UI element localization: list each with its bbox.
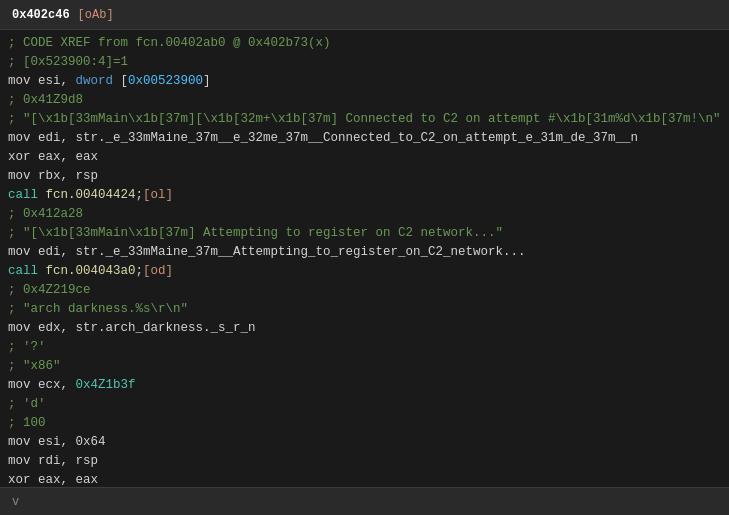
line-4: ; 0x41Z9d8 [8, 91, 721, 110]
line-23: mov rdi, rsp [8, 452, 721, 471]
line-10: ; 0x412a28 [8, 205, 721, 224]
footer-text: v [12, 495, 19, 509]
line-2: ; [0x523900:4]=1 [8, 53, 721, 72]
line-12: mov edi, str._e_33mMaine_37m__Attempting… [8, 243, 721, 262]
line-17: ; '?' [8, 338, 721, 357]
line-21: ; 100 [8, 414, 721, 433]
line-13: call fcn.004043a0;[od] [8, 262, 721, 281]
address-label: 0x402c46 [12, 8, 70, 22]
line-11: ; "[\x1b[33mMain\x1b[37m] Attempting to … [8, 224, 721, 243]
line-3: mov esi, dword [0x00523900] [8, 72, 721, 91]
line-22: mov esi, 0x64 [8, 433, 721, 452]
line-20: ; 'd' [8, 395, 721, 414]
code-header: 0x402c46 [oAb] [0, 0, 729, 30]
line-14: ; 0x4Z219ce [8, 281, 721, 300]
line-7: xor eax, eax [8, 148, 721, 167]
line-19: mov ecx, 0x4Z1b3f [8, 376, 721, 395]
label-bracket: [oAb] [78, 8, 114, 22]
line-5: ; "[\x1b[33mMain\x1b[37m][\x1b[32m+\x1b[… [8, 110, 721, 129]
code-body: ; CODE XREF from fcn.00402ab0 @ 0x402b73… [0, 30, 729, 515]
line-8: mov rbx, rsp [8, 167, 721, 186]
footer: v [0, 487, 729, 515]
line-1: ; CODE XREF from fcn.00402ab0 @ 0x402b73… [8, 34, 721, 53]
line-15: ; "arch darkness.%s\r\n" [8, 300, 721, 319]
line-6: mov edi, str._e_33mMaine_37m__e_32me_37m… [8, 129, 721, 148]
line-16: mov edx, str.arch_darkness._s_r_n [8, 319, 721, 338]
line-18: ; "x86" [8, 357, 721, 376]
code-container: 0x402c46 [oAb] ; CODE XREF from fcn.0040… [0, 0, 729, 515]
line-9: call fcn.00404424;[ol] [8, 186, 721, 205]
